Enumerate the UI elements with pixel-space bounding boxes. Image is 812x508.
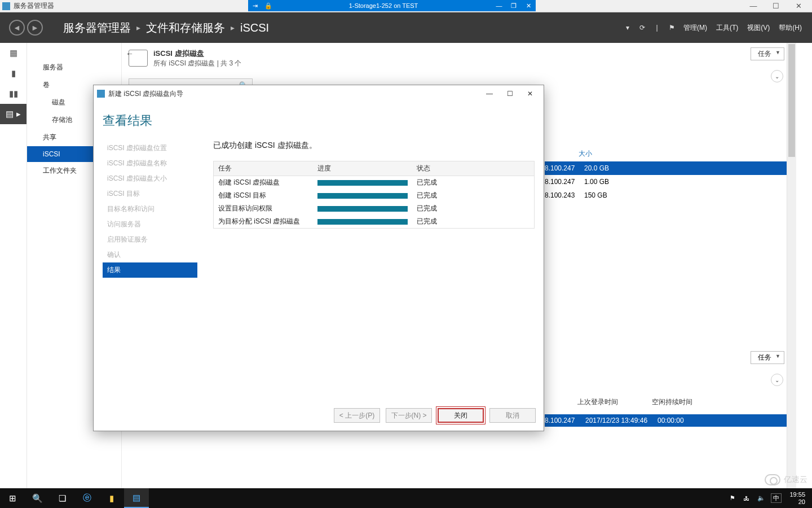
cancel-button: 取消 bbox=[489, 408, 536, 423]
explorer-icon[interactable]: ▮ bbox=[99, 488, 124, 508]
breadcrumb-mid[interactable]: 文件和存储服务 bbox=[146, 20, 225, 36]
wizard-message: 已成功创建 iSCSI 虚拟磁盘。 bbox=[213, 141, 535, 151]
cell-task: 创建 iSCSI 目标 bbox=[214, 189, 313, 202]
menu-help[interactable]: 帮助(H) bbox=[775, 21, 805, 35]
wizard-main: 已成功创建 iSCSI 虚拟磁盘。 任务 进度 状态 创建 iSCSI 虚拟磁盘… bbox=[197, 141, 535, 395]
tasks-dropdown[interactable]: 任务 bbox=[751, 47, 784, 60]
progress-bar bbox=[317, 219, 408, 225]
wizard-step: iSCSI 虚拟磁盘位置 bbox=[103, 141, 197, 156]
expand-icon-2[interactable]: ⌄ bbox=[771, 374, 783, 386]
minimize-button[interactable]: — bbox=[742, 0, 765, 12]
cell-task: 创建 iSCSI 虚拟磁盘 bbox=[214, 176, 313, 189]
cell-task: 为目标分配 iSCSI 虚拟磁盘 bbox=[214, 215, 313, 228]
table-row[interactable]: 8.100.247 1.00 GB bbox=[545, 175, 787, 189]
wizard-step: 确认 bbox=[103, 247, 197, 262]
table-row: 创建 iSCSI 虚拟磁盘 已完成 bbox=[214, 176, 534, 189]
cell-ip: 8.100.247 bbox=[545, 178, 584, 186]
server-manager-taskbar-icon[interactable]: ▤ bbox=[124, 488, 149, 508]
col-idle[interactable]: 空闲持续时间 bbox=[652, 397, 692, 407]
separator-icon: | bbox=[651, 21, 663, 34]
remote-minimize[interactable]: — bbox=[492, 2, 506, 9]
col-task: 任务 bbox=[214, 161, 313, 176]
local-server-icon[interactable]: ▮ bbox=[0, 63, 27, 84]
cell-task: 设置目标访问权限 bbox=[214, 202, 313, 215]
ie-icon[interactable]: ⓔ bbox=[74, 488, 99, 508]
remote-connection-bar: ⇥ 🔒 1-Storage1-252 on TEST — ❐ ✕ bbox=[248, 0, 536, 11]
cell-ip: 8.100.247 bbox=[545, 417, 585, 424]
expand-icon[interactable]: ⌄ bbox=[771, 70, 783, 82]
chevron-right-icon: ▸ bbox=[231, 23, 235, 32]
wizard-dialog: 新建 iSCSI 虚拟磁盘向导 — ☐ ✕ 查看结果 iSCSI 虚拟磁盘位置 … bbox=[93, 85, 544, 431]
cell-idle: 00:00:00 bbox=[657, 417, 696, 424]
cell-last: 2017/12/23 13:49:46 bbox=[585, 417, 657, 424]
col-progress: 进度 bbox=[313, 161, 412, 176]
host-window-title: 服务器管理器 bbox=[14, 1, 54, 11]
left-icon-strip: ▦ ▮ ▮▮ ▤ ▸ bbox=[0, 43, 27, 488]
breadcrumb-root[interactable]: 服务器管理器 bbox=[63, 20, 131, 36]
remote-close[interactable]: ✕ bbox=[521, 2, 536, 10]
clock[interactable]: 19:55 20 bbox=[785, 491, 810, 505]
refresh-icon[interactable]: ⟳ bbox=[636, 21, 648, 34]
dashboard-icon[interactable]: ▦ bbox=[0, 43, 27, 63]
flag-icon[interactable]: ⚑ bbox=[665, 21, 678, 34]
table-row[interactable]: 8.100.247 2017/12/23 13:49:46 00:00:00 bbox=[545, 414, 787, 427]
table-row[interactable]: 8.100.247 20.0 GB bbox=[545, 161, 787, 175]
ime-indicator[interactable]: 中 bbox=[771, 493, 782, 503]
task-view-icon[interactable]: ❏ bbox=[50, 488, 74, 508]
wizard-icon bbox=[97, 90, 105, 98]
cell-status: 已完成 bbox=[412, 176, 534, 189]
table-row[interactable]: 8.100.243 150 GB bbox=[545, 189, 787, 202]
remote-restore[interactable]: ❐ bbox=[506, 2, 521, 10]
cell-progress bbox=[313, 217, 412, 226]
cell-ip: 8.100.243 bbox=[545, 191, 584, 199]
wizard-step: 目标名称和访问 bbox=[103, 202, 197, 217]
watermark-text: 亿速云 bbox=[784, 475, 807, 485]
cell-progress bbox=[313, 178, 412, 187]
col-last-login[interactable]: 上次登录时间 bbox=[577, 397, 618, 407]
tray-flag-icon[interactable]: ⚑ bbox=[727, 494, 738, 502]
close-button[interactable]: 关闭 bbox=[438, 408, 484, 423]
table-row: 设置目标访问权限 已完成 bbox=[214, 202, 534, 215]
column-size-header[interactable]: 大小 bbox=[579, 149, 592, 159]
start-button[interactable]: ⊞ bbox=[0, 488, 25, 508]
all-servers-icon[interactable]: ▮▮ bbox=[0, 84, 27, 104]
lock-icon: 🔒 bbox=[262, 2, 275, 10]
dropdown-icon[interactable]: ▾ bbox=[621, 21, 634, 34]
tasks-dropdown-2[interactable]: 任务 bbox=[751, 351, 784, 364]
menu-view[interactable]: 视图(V) bbox=[744, 21, 773, 35]
menu-tools[interactable]: 工具(T) bbox=[713, 21, 742, 35]
cell-ip: 8.100.247 bbox=[545, 164, 584, 172]
sidebar-item-servers[interactable]: 服务器 bbox=[27, 59, 121, 76]
maximize-button[interactable]: ☐ bbox=[765, 0, 787, 12]
progress-bar bbox=[317, 180, 408, 186]
app-icon bbox=[2, 2, 10, 10]
scrollbar[interactable] bbox=[787, 43, 796, 488]
wizard-step: iSCSI 虚拟磁盘大小 bbox=[103, 171, 197, 186]
wizard-step: iSCSI 虚拟磁盘名称 bbox=[103, 156, 197, 171]
wizard-step-active: 结果 bbox=[103, 262, 197, 278]
nav-forward-button[interactable]: ► bbox=[27, 20, 43, 36]
wizard-minimize-button[interactable]: — bbox=[479, 86, 500, 101]
file-storage-icon[interactable]: ▤ ▸ bbox=[0, 104, 27, 124]
close-button[interactable]: ✕ bbox=[787, 0, 810, 12]
nav-back-button[interactable]: ◄ bbox=[9, 20, 25, 36]
cell-size: 20.0 GB bbox=[584, 164, 783, 172]
search-icon[interactable]: 🔍 bbox=[25, 488, 50, 508]
wizard-steps: iSCSI 虚拟磁盘位置 iSCSI 虚拟磁盘名称 iSCSI 虚拟磁盘大小 i… bbox=[103, 141, 197, 395]
wizard-footer: < 上一步(P) 下一步(N) > 关闭 取消 bbox=[94, 400, 544, 431]
cell-status: 已完成 bbox=[412, 202, 534, 215]
wizard-close-button[interactable]: ✕ bbox=[520, 86, 540, 101]
section-title: iSCSI 虚拟磁盘 bbox=[153, 49, 241, 59]
tray-network-icon[interactable]: 🖧 bbox=[741, 495, 752, 502]
watermark-icon bbox=[765, 474, 780, 485]
wizard-step: 启用验证服务 bbox=[103, 232, 197, 247]
pin-icon[interactable]: ⇥ bbox=[248, 2, 262, 10]
scrollbar-thumb[interactable] bbox=[788, 44, 795, 157]
taskbar: ⊞ 🔍 ❏ ⓔ ▮ ▤ ⚑ 🖧 🔈 中 19:55 20 bbox=[0, 488, 812, 508]
breadcrumb-leaf[interactable]: iSCSI bbox=[240, 21, 269, 34]
col-status: 状态 bbox=[412, 161, 534, 176]
results-table: 任务 进度 状态 创建 iSCSI 虚拟磁盘 已完成 创建 iSCSI 目标 已… bbox=[213, 161, 535, 229]
menu-manage[interactable]: 管理(M) bbox=[680, 21, 710, 35]
tray-volume-icon[interactable]: 🔈 bbox=[755, 494, 767, 502]
wizard-maximize-button[interactable]: ☐ bbox=[500, 86, 520, 101]
